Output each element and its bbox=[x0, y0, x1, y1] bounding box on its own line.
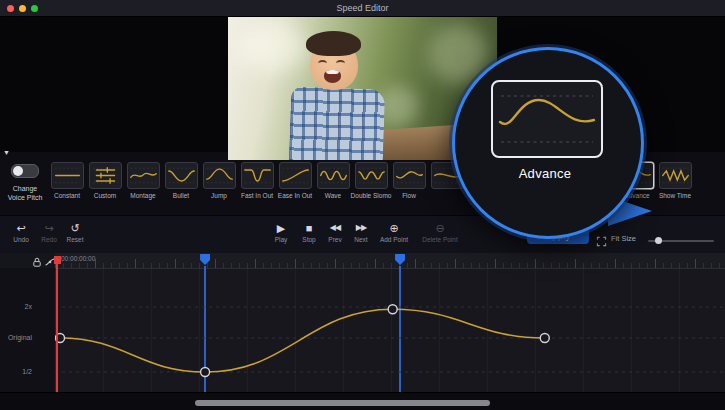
preset-wave[interactable]: Wave bbox=[314, 162, 352, 199]
add-point-button[interactable]: ⊕ Add Point bbox=[374, 222, 414, 243]
play-icon: ▶ bbox=[277, 222, 285, 234]
redo-icon: ↪ bbox=[44, 222, 53, 234]
preset-label: Montage bbox=[130, 192, 155, 199]
delete-point-label: Delete Point bbox=[422, 236, 457, 243]
preset-thumbnail[interactable] bbox=[659, 162, 692, 189]
prev-label: Prev bbox=[328, 236, 341, 243]
zoom-slider-knob[interactable] bbox=[655, 237, 662, 244]
preset-thumbnail[interactable] bbox=[51, 162, 84, 189]
preset-thumbnail[interactable] bbox=[127, 162, 160, 189]
preset-thumbnail[interactable] bbox=[279, 162, 312, 189]
horizontal-scrollbar[interactable] bbox=[195, 400, 490, 406]
preset-thumbnail[interactable] bbox=[89, 162, 122, 189]
child-eye bbox=[336, 60, 345, 67]
preset-label: Bullet bbox=[173, 192, 189, 199]
sky-highlight bbox=[238, 22, 308, 72]
child-plaid-shirt bbox=[289, 86, 386, 160]
add-point-label: Add Point bbox=[380, 236, 408, 243]
preset-thumbnail[interactable] bbox=[241, 162, 274, 189]
preset-label: Custom bbox=[94, 192, 116, 199]
next-icon: ▶▶ bbox=[356, 222, 366, 234]
next-button[interactable]: ▶▶ Next bbox=[344, 222, 378, 243]
timeline-timestamp: 00:00:00:00 bbox=[61, 255, 95, 262]
speed-curve-canvas[interactable] bbox=[55, 268, 725, 392]
speed-scale-label: Original bbox=[0, 334, 32, 341]
preset-double-slomo[interactable]: Double Slomo bbox=[352, 162, 390, 199]
speed-scale-label: 2x bbox=[0, 303, 32, 310]
reset-icon: ↺ bbox=[70, 222, 79, 234]
playhead-line bbox=[56, 264, 58, 392]
preset-custom[interactable]: Custom bbox=[86, 162, 124, 199]
preset-flow[interactable]: Flow bbox=[390, 162, 428, 199]
prev-icon: ◀◀ bbox=[330, 222, 340, 234]
redo-label: Redo bbox=[41, 236, 57, 243]
stop-label: Stop bbox=[302, 236, 315, 243]
magnifier-preset-name: Advance bbox=[455, 166, 635, 181]
preset-constant[interactable]: Constant bbox=[48, 162, 86, 199]
preset-jump[interactable]: Jump bbox=[200, 162, 238, 199]
fit-size-icon bbox=[596, 233, 607, 251]
add-point-icon: ⊕ bbox=[389, 222, 398, 234]
speed-curve[interactable] bbox=[60, 309, 545, 372]
timeline-ruler[interactable] bbox=[55, 252, 725, 269]
toggle-knob bbox=[13, 166, 23, 176]
preset-label: Show Time bbox=[659, 192, 691, 199]
preset-label: Ease In Out bbox=[278, 192, 312, 199]
stop-icon: ■ bbox=[306, 222, 313, 234]
child-laughing-mouth bbox=[324, 70, 341, 83]
undo-label: Undo bbox=[13, 236, 29, 243]
preset-label: Jump bbox=[211, 192, 227, 199]
bottom-bar bbox=[0, 392, 725, 410]
preset-thumbnail[interactable] bbox=[165, 162, 198, 189]
play-label: Play bbox=[275, 236, 288, 243]
preset-label: Fast In Out bbox=[241, 192, 273, 199]
preset-montage[interactable]: Montage bbox=[124, 162, 162, 199]
window-title: Speed Editor bbox=[0, 0, 725, 16]
preset-show-time[interactable]: Show Time bbox=[656, 162, 694, 199]
preset-label: Flow bbox=[402, 192, 416, 199]
speed-scale-label: 1/2 bbox=[0, 368, 32, 375]
undo-icon: ↩ bbox=[16, 222, 25, 234]
next-label: Next bbox=[354, 236, 367, 243]
child-hair bbox=[306, 31, 361, 56]
voice-pitch-control: Change Voice Pitch bbox=[4, 164, 46, 202]
preset-ease-in-out[interactable]: Ease In Out bbox=[276, 162, 314, 199]
curve-point[interactable] bbox=[540, 334, 549, 343]
reset-button[interactable]: ↺ Reset bbox=[58, 222, 92, 243]
ruler-gutter bbox=[0, 252, 55, 269]
preset-fast-in-out[interactable]: Fast In Out bbox=[238, 162, 276, 199]
voice-pitch-label: Change bbox=[4, 184, 46, 193]
magnifier-circle: Advance bbox=[452, 47, 644, 239]
preset-thumbnail[interactable] bbox=[317, 162, 350, 189]
preset-bullet[interactable]: Bullet bbox=[162, 162, 200, 199]
preset-thumbnail[interactable] bbox=[355, 162, 388, 189]
fit-size-label: Fit Size bbox=[611, 234, 636, 243]
title-bar: Speed Editor bbox=[0, 0, 725, 17]
preset-label: Double Slomo bbox=[351, 192, 392, 199]
curve-point[interactable] bbox=[388, 305, 397, 314]
delete-point-button[interactable]: ⊖ Delete Point bbox=[416, 222, 464, 243]
playhead-handle[interactable] bbox=[54, 256, 61, 264]
magnified-advance-thumbnail bbox=[491, 80, 603, 158]
child-eye bbox=[318, 60, 327, 67]
curve-point[interactable] bbox=[201, 368, 210, 377]
teeth bbox=[326, 70, 339, 74]
preset-thumbnail[interactable] bbox=[393, 162, 426, 189]
reset-label: Reset bbox=[67, 236, 84, 243]
preset-label: Constant bbox=[54, 192, 80, 199]
voice-pitch-label: Voice Pitch bbox=[4, 193, 46, 202]
delete-point-icon: ⊖ bbox=[435, 222, 444, 234]
preset-thumbnail[interactable] bbox=[203, 162, 236, 189]
speed-editor-window: Speed Editor ▼ Change Voice Pitch Consta… bbox=[0, 0, 725, 410]
preset-label: Wave bbox=[325, 192, 341, 199]
collapse-panel-icon[interactable]: ▼ bbox=[3, 149, 10, 156]
change-voice-pitch-toggle[interactable] bbox=[11, 164, 39, 178]
